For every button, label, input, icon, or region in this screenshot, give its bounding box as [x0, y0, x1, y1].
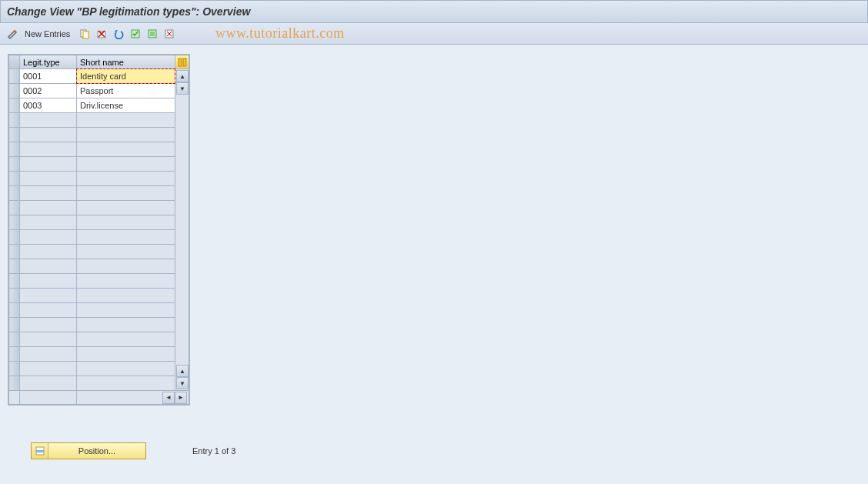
- row-selector[interactable]: [9, 128, 20, 142]
- short-name-cell[interactable]: [77, 172, 175, 186]
- row-selector[interactable]: [9, 289, 20, 303]
- select-block-icon[interactable]: [145, 27, 159, 41]
- legit-type-cell[interactable]: [20, 157, 77, 172]
- legit-type-cell[interactable]: [20, 362, 77, 376]
- legit-type-cell[interactable]: 0003: [20, 98, 77, 113]
- copy-icon[interactable]: [78, 27, 92, 41]
- legit-type-cell[interactable]: [20, 172, 77, 186]
- short-name-cell[interactable]: [77, 245, 175, 259]
- short-name-cell[interactable]: [77, 274, 175, 289]
- row-selector[interactable]: [9, 142, 20, 157]
- page-title: Change View "BP legitimation types": Ove…: [7, 5, 250, 18]
- vscroll-up-icon[interactable]: ▲: [176, 70, 189, 82]
- row-selector[interactable]: [9, 201, 20, 215]
- toggle-edit-icon[interactable]: [6, 27, 20, 41]
- short-name-cell[interactable]: [77, 201, 175, 215]
- selector-column-head[interactable]: [9, 55, 20, 69]
- deselect-all-icon[interactable]: [162, 27, 176, 41]
- short-name-cell[interactable]: [77, 128, 175, 142]
- short-name-cell[interactable]: [77, 215, 175, 230]
- table-row: [9, 376, 189, 391]
- content-area: Legit.type Short name 0001Identity card0…: [0, 45, 868, 416]
- row-selector[interactable]: [9, 318, 20, 332]
- legit-type-cell[interactable]: [20, 215, 77, 230]
- legit-type-cell[interactable]: [20, 113, 77, 128]
- row-selector[interactable]: [9, 113, 20, 128]
- legit-type-cell[interactable]: 0001: [20, 69, 77, 84]
- legit-type-cell[interactable]: [20, 142, 77, 157]
- legit-type-cell[interactable]: 0002: [20, 84, 77, 98]
- short-name-cell[interactable]: [77, 303, 175, 318]
- row-selector[interactable]: [9, 230, 20, 245]
- legit-type-cell[interactable]: [20, 303, 77, 318]
- vscroll-up-step-icon[interactable]: ▲: [176, 365, 189, 377]
- column-header-legittype[interactable]: Legit.type: [20, 55, 77, 69]
- vscroll-track[interactable]: [176, 95, 189, 365]
- row-selector[interactable]: [9, 245, 20, 259]
- legit-type-cell[interactable]: [20, 259, 77, 274]
- short-name-cell[interactable]: [77, 347, 175, 362]
- row-selector[interactable]: [9, 186, 20, 201]
- table-row: [9, 172, 189, 186]
- legit-type-cell[interactable]: [20, 347, 77, 362]
- legit-type-cell[interactable]: [20, 318, 77, 332]
- data-table-container: Legit.type Short name 0001Identity card0…: [8, 54, 190, 406]
- legit-type-cell[interactable]: [20, 289, 77, 303]
- row-selector[interactable]: [9, 157, 20, 172]
- legit-type-cell[interactable]: [20, 186, 77, 201]
- footer: Position... Entry 1 of 3: [31, 442, 235, 459]
- short-name-cell[interactable]: [77, 376, 175, 391]
- hscroll-right-icon[interactable]: ►: [175, 392, 187, 404]
- short-name-cell[interactable]: [77, 113, 175, 128]
- row-selector[interactable]: [9, 69, 20, 84]
- new-entries-button[interactable]: New Entries: [23, 29, 75, 38]
- short-name-cell[interactable]: Driv.license: [77, 98, 175, 113]
- legit-type-cell[interactable]: [20, 332, 77, 347]
- short-name-cell[interactable]: [77, 332, 175, 347]
- hscroll-track: ◄ ►: [77, 391, 189, 405]
- vscroll-down-icon[interactable]: ▼: [176, 377, 189, 389]
- short-name-cell[interactable]: [77, 230, 175, 245]
- short-name-cell[interactable]: Passport: [77, 84, 175, 98]
- row-selector[interactable]: [9, 376, 20, 391]
- legit-type-cell[interactable]: [20, 201, 77, 215]
- svg-rect-7: [150, 32, 155, 36]
- row-selector[interactable]: [9, 362, 20, 376]
- hscroll-spacer: [20, 391, 77, 405]
- row-selector[interactable]: [9, 84, 20, 98]
- row-selector[interactable]: [9, 332, 20, 347]
- table-row: [9, 186, 189, 201]
- short-name-cell[interactable]: [77, 318, 175, 332]
- row-selector[interactable]: [9, 215, 20, 230]
- position-button[interactable]: Position...: [31, 442, 146, 459]
- hscroll-left-icon[interactable]: ◄: [162, 392, 175, 404]
- short-name-cell[interactable]: Identity card: [77, 69, 175, 84]
- short-name-cell[interactable]: [77, 289, 175, 303]
- legit-type-cell[interactable]: [20, 376, 77, 391]
- table-config-icon[interactable]: [175, 55, 189, 69]
- short-name-cell[interactable]: [77, 259, 175, 274]
- legit-type-cell[interactable]: [20, 274, 77, 289]
- vscroll-down-step-icon[interactable]: ▼: [176, 82, 189, 95]
- row-selector[interactable]: [9, 98, 20, 113]
- row-selector[interactable]: [9, 347, 20, 362]
- row-selector[interactable]: [9, 172, 20, 186]
- short-name-cell[interactable]: [77, 186, 175, 201]
- short-name-cell[interactable]: [77, 362, 175, 376]
- legit-type-cell[interactable]: [20, 245, 77, 259]
- delete-icon[interactable]: [95, 27, 108, 41]
- short-name-cell[interactable]: [77, 157, 175, 172]
- table-row: [9, 128, 189, 142]
- legit-type-cell[interactable]: [20, 230, 77, 245]
- svg-rect-14: [36, 450, 44, 452]
- row-selector[interactable]: [9, 259, 20, 274]
- row-selector[interactable]: [9, 303, 20, 318]
- table-row: [9, 215, 189, 230]
- legit-type-cell[interactable]: [20, 128, 77, 142]
- undo-icon[interactable]: [112, 27, 125, 41]
- select-all-icon[interactable]: [129, 27, 142, 41]
- short-name-cell[interactable]: [77, 142, 175, 157]
- column-header-shortname[interactable]: Short name: [77, 55, 175, 69]
- table-row: 0001Identity card: [9, 69, 189, 84]
- row-selector[interactable]: [9, 274, 20, 289]
